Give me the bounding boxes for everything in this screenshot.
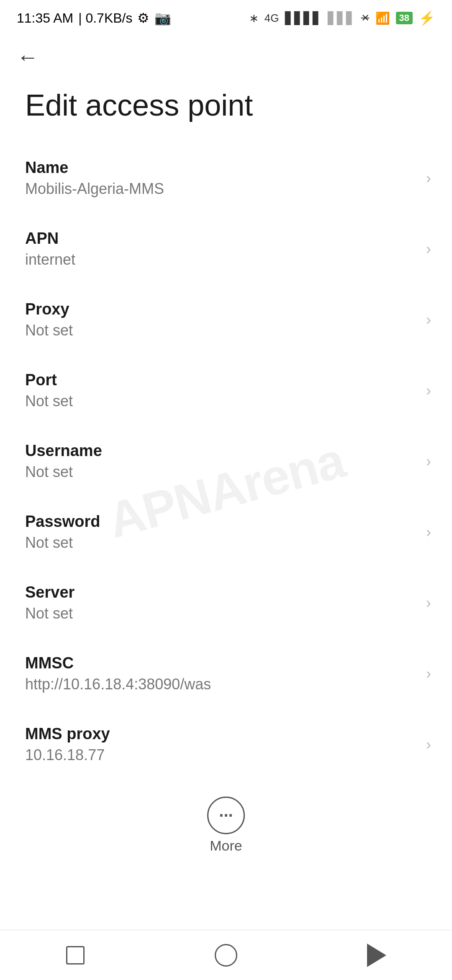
settings-item-content: APN internet: [25, 230, 75, 268]
settings-item-content: MMS proxy 10.16.18.77: [25, 725, 110, 764]
settings-item-password[interactable]: Password Not set ›: [0, 497, 452, 567]
chevron-right-icon: ›: [426, 524, 431, 541]
wifi-icon: 📶: [375, 11, 390, 25]
bluetooth-icon: ∗: [249, 11, 259, 25]
back-button[interactable]: ←: [17, 46, 39, 68]
settings-item-mms-proxy[interactable]: MMS proxy 10.16.18.77 ›: [0, 709, 452, 780]
status-left: 11:35 AM | 0.7KB/s ⚙ 📷: [17, 10, 171, 26]
nav-bar: [0, 930, 452, 980]
settings-item-apn[interactable]: APN internet ›: [0, 214, 452, 284]
chevron-right-icon: ›: [426, 736, 431, 753]
top-nav: ←: [0, 34, 452, 72]
settings-item-port[interactable]: Port Not set ›: [0, 355, 452, 426]
settings-item-content: Proxy Not set: [25, 300, 73, 339]
settings-value: internet: [25, 251, 75, 268]
settings-item-server[interactable]: Server Not set ›: [0, 567, 452, 638]
settings-label: APN: [25, 230, 75, 248]
settings-value: Not set: [25, 463, 102, 481]
chevron-right-icon: ›: [426, 665, 431, 683]
more-circle-icon: ···: [207, 797, 245, 834]
back-icon: [367, 944, 386, 967]
nav-home-button[interactable]: [201, 939, 251, 972]
chevron-right-icon: ›: [426, 240, 431, 258]
settings-label: MMS proxy: [25, 725, 110, 743]
settings-label: Proxy: [25, 300, 73, 318]
settings-value: 10.16.18.77: [25, 746, 110, 764]
settings-label: Name: [25, 159, 164, 177]
settings-item-content: Name Mobilis-Algeria-MMS: [25, 159, 164, 198]
settings-value: Not set: [25, 534, 100, 552]
signal-bars2-icon: ▋▋▋: [328, 11, 355, 25]
no-signal-icon: ✕: [361, 12, 370, 24]
settings-item-proxy[interactable]: Proxy Not set ›: [0, 284, 452, 355]
recents-icon: [66, 946, 85, 965]
signal-4g-icon: 4G: [265, 12, 279, 25]
signal-bars-icon: ▋▋▋▋: [285, 11, 322, 25]
nav-back-button[interactable]: [352, 939, 402, 972]
battery-icon: 38: [396, 12, 413, 24]
settings-item-content: Password Not set: [25, 513, 100, 552]
settings-label: MMSC: [25, 654, 211, 672]
nav-recents-button[interactable]: [50, 939, 100, 972]
settings-item-mmsc[interactable]: MMSC http://10.16.18.4:38090/was ›: [0, 638, 452, 709]
settings-label: Server: [25, 583, 74, 601]
settings-value: Not set: [25, 605, 74, 622]
settings-value: Not set: [25, 392, 73, 410]
home-icon: [215, 944, 237, 967]
chevron-right-icon: ›: [426, 311, 431, 329]
chevron-right-icon: ›: [426, 594, 431, 612]
more-button[interactable]: ··· More: [0, 784, 452, 862]
settings-item-content: Port Not set: [25, 371, 73, 410]
settings-list: Name Mobilis-Algeria-MMS › APN internet …: [0, 143, 452, 780]
status-right: ∗ 4G ▋▋▋▋ ▋▋▋ ✕ 📶 38 ⚡: [249, 10, 435, 26]
video-icon: 📷: [154, 10, 171, 26]
status-bar: 11:35 AM | 0.7KB/s ⚙ 📷 ∗ 4G ▋▋▋▋ ▋▋▋ ✕ 📶…: [0, 0, 452, 34]
status-time: 11:35 AM: [17, 10, 73, 26]
settings-item-content: MMSC http://10.16.18.4:38090/was: [25, 654, 211, 693]
content-area: Name Mobilis-Algeria-MMS › APN internet …: [0, 143, 452, 946]
settings-value: http://10.16.18.4:38090/was: [25, 676, 211, 693]
settings-label: Username: [25, 442, 102, 460]
settings-value: Not set: [25, 322, 73, 339]
page-title: Edit access point: [0, 72, 452, 143]
settings-item-name[interactable]: Name Mobilis-Algeria-MMS ›: [0, 143, 452, 214]
more-label: More: [210, 838, 242, 854]
settings-value: Mobilis-Algeria-MMS: [25, 180, 164, 198]
chevron-right-icon: ›: [426, 170, 431, 187]
chevron-right-icon: ›: [426, 453, 431, 470]
settings-icon: ⚙: [137, 10, 149, 26]
settings-label: Port: [25, 371, 73, 389]
settings-label: Password: [25, 513, 100, 531]
charging-icon: ⚡: [419, 10, 435, 26]
settings-item-content: Username Not set: [25, 442, 102, 481]
settings-item-content: Server Not set: [25, 583, 74, 622]
chevron-right-icon: ›: [426, 382, 431, 400]
settings-item-username[interactable]: Username Not set ›: [0, 426, 452, 497]
status-speed: | 0.7KB/s: [78, 10, 132, 26]
